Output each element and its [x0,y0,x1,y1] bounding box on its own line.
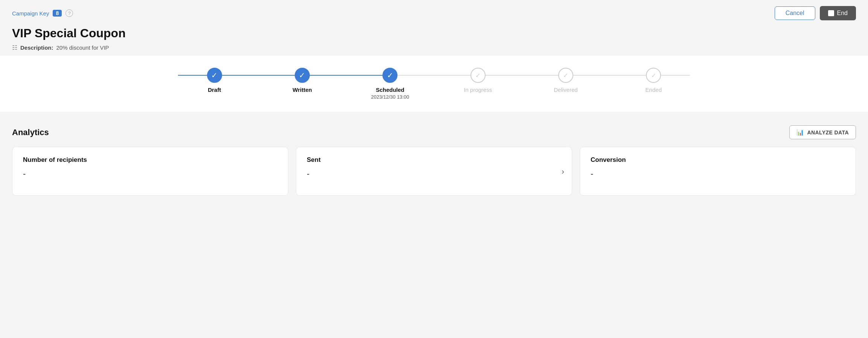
cancel-button[interactable]: Cancel [775,6,815,20]
step-inprogress: ✓ In progress [434,68,522,93]
end-button[interactable]: End [820,6,856,20]
end-label: End [837,10,848,17]
checkmark-ended: ✓ [651,72,656,79]
help-icon[interactable]: ? [65,9,73,17]
analytics-title: Analytics [12,128,49,137]
step-circle-scheduled: ✓ [382,68,397,83]
page-title: VIP Special Coupon [12,26,856,40]
analytics-cards: Number of recipients - Sent - › Conversi… [12,147,856,196]
step-written: ✓ Written [258,68,346,93]
stepper: ✓ Draft ✓ Written ✓ Scheduled 2023/12/30… [171,68,697,100]
step-circle-ended: ✓ [646,68,661,83]
step-circle-inprogress: ✓ [471,68,486,83]
step-circle-draft: ✓ [207,68,222,83]
checkmark-written: ✓ [299,71,305,80]
campaign-key-badge: 8 [53,10,62,17]
card-recipients-title: Number of recipients [23,156,277,164]
analytics-header: Analytics 📊 ANALYZE DATA [12,125,856,139]
title-section: VIP Special Coupon ☷ Description: 20% di… [0,25,868,56]
step-label-ended: Ended [646,87,662,93]
step-sublabel-scheduled: 2023/12/30 13:00 [371,94,409,100]
step-circle-delivered: ✓ [558,68,573,83]
checkmark-draft: ✓ [211,71,218,80]
card-sent: Sent - › [296,147,572,196]
progress-section: ✓ Draft ✓ Written ✓ Scheduled 2023/12/30… [0,56,868,112]
card-recipients: Number of recipients - [12,147,288,196]
step-label-scheduled: Scheduled [376,87,404,93]
description-row: ☷ Description: 20% discount for VIP [12,44,856,51]
card-recipients-value: - [23,169,277,179]
checkmark-inprogress: ✓ [475,72,480,79]
header-actions: Cancel End [775,6,856,20]
stop-icon [828,10,834,16]
analyze-data-button[interactable]: 📊 ANALYZE DATA [789,125,856,139]
description-value: 20% discount for VIP [56,44,109,51]
header-left: Campaign Key 8 ? [12,9,73,17]
step-label-draft: Draft [208,87,221,93]
checkmark-scheduled: ✓ [387,71,393,80]
card-sent-title: Sent [307,156,561,164]
analyze-button-label: ANALYZE DATA [807,129,849,136]
step-label-inprogress: In progress [464,87,492,93]
analytics-section: Analytics 📊 ANALYZE DATA Number of recip… [0,116,868,208]
page-wrapper: Campaign Key 8 ? Cancel End VIP Special … [0,0,868,338]
checkmark-delivered: ✓ [563,72,568,79]
card-conversion-value: - [591,169,845,179]
step-draft: ✓ Draft [171,68,258,93]
step-ended: ✓ Ended [610,68,697,93]
card-conversion: Conversion - [580,147,856,196]
step-delivered: ✓ Delivered [522,68,609,93]
description-icon: ☷ [12,44,17,51]
card-conversion-title: Conversion [591,156,845,164]
card-sent-arrow[interactable]: › [562,167,564,176]
step-scheduled: ✓ Scheduled 2023/12/30 13:00 [346,68,434,100]
description-label: Description: [20,44,53,51]
campaign-key-label: Campaign Key [12,10,49,17]
analyze-chart-icon: 📊 [796,129,804,136]
step-label-delivered: Delivered [554,87,577,93]
header-bar: Campaign Key 8 ? Cancel End [0,0,868,25]
card-sent-value: - [307,169,561,179]
step-circle-written: ✓ [295,68,310,83]
stepper-wrapper: ✓ Draft ✓ Written ✓ Scheduled 2023/12/30… [171,68,697,100]
step-label-written: Written [292,87,312,93]
